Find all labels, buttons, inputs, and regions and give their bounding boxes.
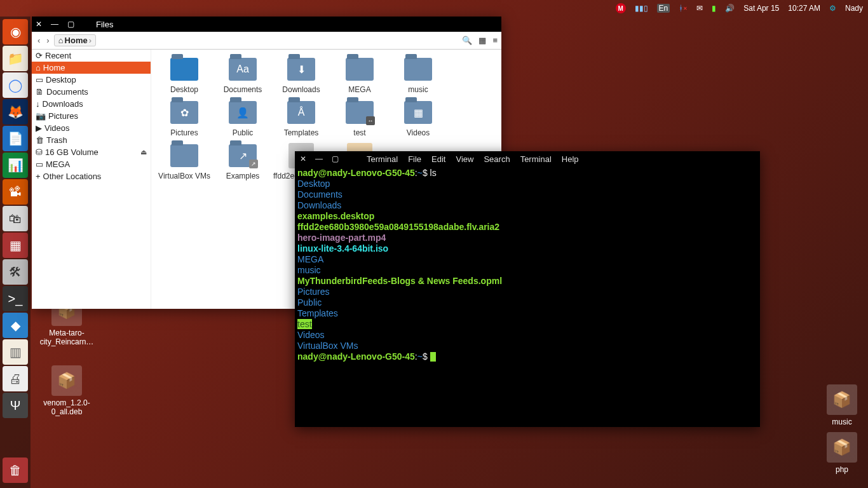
dropbox-icon[interactable]: ◆ [3,313,28,338]
close-icon[interactable]: ✕ [300,154,306,163]
sidebar-item[interactable]: ⛁16 GB Volume⏏ [32,146,151,158]
trash-icon[interactable]: 🗑 [3,458,28,483]
desktop-icon[interactable]: 📦venom_1.2.0-0_all.deb [38,365,95,416]
sidebar-item[interactable]: 📷Pictures [32,110,151,122]
grid-item[interactable]: music [389,55,447,95]
firefox-icon[interactable]: 🦊 [3,99,28,125]
view-grid-icon[interactable]: ▦ [478,36,486,45]
files-launcher-icon[interactable]: 📁 [3,46,28,71]
grid-item-label: VirtualBox VMs [156,172,212,180]
software-icon[interactable]: 🛍 [3,206,28,231]
grid-item-label: Templates [273,128,329,137]
grid-item[interactable]: ↔test [330,98,389,139]
ubuntu-dash-icon[interactable]: ◉ [3,19,28,44]
chromium-icon[interactable]: ◯ [3,72,28,98]
battery-icon[interactable]: ▮ [712,4,716,13]
grid-item[interactable]: ⬇Downloads [272,55,330,95]
files-toolbar: ‹ › ⌂ Home › 🔍 ▦ ≡ [32,32,501,50]
minimize-icon[interactable]: — [315,154,323,163]
tools-icon[interactable]: 🛠 [3,259,28,285]
sidebar-item[interactable]: 🗎Documents [32,86,151,98]
link-badge-icon: ↗ [249,159,258,168]
grid-item-label: MEGA [332,85,388,94]
grid-item-label: music [390,85,446,94]
settings-icon[interactable]: ⚙ [829,4,836,13]
network-icon[interactable]: ▮▮▯ [635,4,648,13]
terminal-menu-item[interactable]: File [408,154,421,164]
breadcrumb[interactable]: ⌂ Home › [54,34,96,46]
terminal-menu-item[interactable]: Help [562,154,579,164]
terminal-titlebar[interactable]: ✕ — ▢ TerminalFileEditViewSearchTerminal… [295,151,760,166]
clock-date[interactable]: Sat Apr 15 [743,4,779,13]
breadcrumb-label: Home [65,36,88,45]
maximize-icon[interactable]: ▢ [332,154,339,163]
desktop-icon[interactable]: 📦music [813,384,868,426]
launcher-red-icon[interactable]: ▦ [3,233,28,258]
minimize-icon[interactable]: — [51,20,58,29]
mega-icon[interactable]: M [616,3,626,13]
terminal-menu-item[interactable]: View [456,154,473,164]
forward-button[interactable]: › [44,36,51,45]
folder-icon: Aa [229,58,257,81]
grid-item[interactable]: Desktop [155,55,214,95]
maximize-icon[interactable]: ▢ [67,20,74,29]
sidebar-item-label: Desktop [46,75,76,85]
folder-icon: ↔ [346,101,374,124]
grid-item-label: Downloads [273,85,329,94]
terminal-menu-item[interactable]: Terminal [367,154,398,164]
close-icon[interactable]: ✕ [36,20,42,29]
terminal-menu-item[interactable]: Search [484,154,510,164]
sidebar-item-label: Recent [45,51,71,60]
menu-icon[interactable]: ≡ [492,36,498,45]
language-indicator[interactable]: En [657,4,670,13]
sidebar-item[interactable]: ▶Videos [32,122,151,134]
grid-item[interactable]: ▦Videos [389,98,447,139]
terminal-launcher-icon[interactable]: >_ [3,286,28,311]
desktop-icon[interactable]: 📦php [813,432,868,474]
grid-item[interactable]: MEGA [330,55,389,95]
sidebar-item[interactable]: 🗑Trash [32,134,151,146]
filemanager-icon[interactable]: ▥ [3,339,28,365]
sidebar-item[interactable]: ⌂Home [32,62,151,74]
sidebar-item-icon: ▭ [36,75,43,85]
sidebar-item-icon: ▶ [36,123,42,133]
volume-icon[interactable]: 🔊 [725,4,735,13]
folder-icon: 👤 [229,101,257,124]
bluetooth-icon[interactable]: ᚼ✕ [679,4,688,13]
sidebar-item[interactable]: ▭MEGA [32,158,151,170]
sidebar-item-icon: ⛁ [36,147,43,157]
files-titlebar[interactable]: ✕ — ▢ Files [32,17,501,32]
grid-item[interactable]: VirtualBox VMs [155,141,214,200]
share-badge-icon: ↔ [366,116,375,125]
sidebar-item[interactable]: +Other Locations [32,170,151,182]
back-button[interactable]: ‹ [36,36,42,45]
grid-item[interactable]: ↗↗Examples [214,141,272,200]
sidebar-item[interactable]: ↓Downloads [32,98,151,110]
sidebar-item-label: Other Locations [43,172,102,181]
usb-icon[interactable]: Ψ [3,393,28,418]
printer-icon[interactable]: 🖨 [3,366,28,391]
terminal-menu-item[interactable]: Terminal [520,154,552,164]
grid-item[interactable]: ✿Pictures [155,98,214,139]
impress-icon[interactable]: 📽 [3,179,28,205]
launcher: ◉ 📁 ◯ 🦊 📄 📊 📽 🛍 ▦ 🛠 >_ ◆ ▥ 🖨 Ψ 🗑 [0,17,31,488]
grid-item[interactable]: AaDocuments [214,55,272,95]
eject-icon[interactable]: ⏏ [140,148,147,156]
terminal-menu-item[interactable]: Edit [431,154,445,164]
files-title: Files [96,20,113,29]
writer-icon[interactable]: 📄 [3,126,28,151]
user-menu[interactable]: Nady [845,4,863,13]
sidebar-item[interactable]: ▭Desktop [32,74,151,86]
sidebar-item[interactable]: ⟳Recent [32,50,151,62]
clock-time[interactable]: 10:27 AM [788,4,820,13]
desktop-icon-label: venom_1.2.0-0_all.deb [38,398,95,416]
grid-item[interactable]: ÅTemplates [272,98,330,139]
cursor [430,352,436,362]
calc-icon[interactable]: 📊 [3,152,28,178]
mail-icon[interactable]: ✉ [696,4,703,13]
grid-item[interactable]: 👤Public [214,98,272,139]
sidebar-item-label: 16 GB Volume [45,147,98,157]
desktop-icon-label: Meta-taro-city_Reincarn… [38,329,95,346]
terminal-body[interactable]: nady@nady-Lenovo-G50-45:~$ ls Desktop Do… [295,166,760,363]
search-icon[interactable]: 🔍 [462,36,472,45]
